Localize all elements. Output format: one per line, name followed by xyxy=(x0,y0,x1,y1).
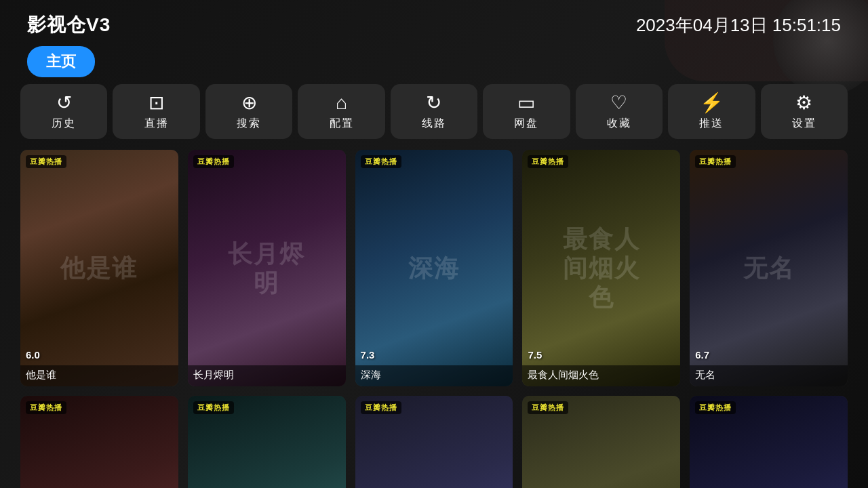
poster-4: 最食人间烟火色 xyxy=(522,150,680,386)
poster-overlay-5: 无名 xyxy=(743,253,795,283)
douban-tag-7: 豆瓣热播 xyxy=(193,401,234,414)
nav-label-favorite: 收藏 xyxy=(607,117,631,131)
search-icon: ⊕ xyxy=(241,94,257,113)
push-icon: ⚡ xyxy=(700,94,724,113)
route-icon: ↻ xyxy=(426,94,441,113)
poster-3: 深海 xyxy=(355,150,513,386)
movie-card-3[interactable]: 深海 豆瓣热播 7.3 深海 xyxy=(355,150,513,386)
nav-bar: ↺ 历史 ⊡ 直播 ⊕ 搜索 ⌂ 配置 ↻ 线路 ▭ 网盘 ♡ 收藏 ⚡ 推送 … xyxy=(0,84,868,139)
nav-item-favorite[interactable]: ♡ 收藏 xyxy=(576,84,663,139)
header: 影视仓V3 2023年04月13日 15:51:15 xyxy=(0,0,868,45)
rating-1: 6.0 xyxy=(26,349,40,361)
douban-tag-3: 豆瓣热播 xyxy=(361,155,401,168)
movie-card-2[interactable]: 长月烬明 豆瓣热播 长月烬明 xyxy=(188,150,346,386)
poster-2: 长月烬明 xyxy=(188,150,346,386)
movie-grid-row1: 他是谁 豆瓣热播 6.0 他是谁 长月烬明 豆瓣热播 长月烬明 深海 豆瓣热播 … xyxy=(0,150,868,386)
rating-5: 6.7 xyxy=(695,349,709,361)
movie-grid-row2: 豆瓣热播 豆瓣热播 豆瓣热播 豆瓣热播 豆瓣热播 xyxy=(0,396,868,488)
douban-tag-2: 豆瓣热播 xyxy=(193,155,234,168)
nav-item-cloud[interactable]: ▭ 网盘 xyxy=(483,84,570,139)
datetime: 2023年04月13日 15:51:15 xyxy=(636,14,841,37)
douban-tag-9: 豆瓣热播 xyxy=(528,401,568,414)
nav-item-search[interactable]: ⊕ 搜索 xyxy=(205,84,292,139)
nav-label-live: 直播 xyxy=(144,117,169,131)
nav-label-push: 推送 xyxy=(699,117,724,131)
movie-title-3: 深海 xyxy=(355,365,513,386)
config-icon: ⌂ xyxy=(336,94,347,113)
movie-card-1[interactable]: 他是谁 豆瓣热播 6.0 他是谁 xyxy=(20,150,178,386)
movie-card-7[interactable]: 豆瓣热播 xyxy=(188,396,346,488)
douban-tag-1: 豆瓣热播 xyxy=(26,155,66,168)
history-icon: ↺ xyxy=(56,94,72,113)
rating-3: 7.3 xyxy=(361,349,375,361)
poster-overlay-3: 深海 xyxy=(408,253,460,283)
douban-tag-10: 豆瓣热播 xyxy=(695,401,736,414)
nav-item-live[interactable]: ⊡ 直播 xyxy=(113,84,199,139)
nav-item-history[interactable]: ↺ 历史 xyxy=(20,84,107,139)
movie-card-10[interactable]: 豆瓣热播 xyxy=(690,396,848,488)
live-icon: ⊡ xyxy=(149,94,164,113)
movie-card-4[interactable]: 最食人间烟火色 豆瓣热播 7.5 最食人间烟火色 xyxy=(522,150,680,386)
movie-title-5: 无名 xyxy=(690,365,848,386)
settings-icon: ⚙ xyxy=(795,94,812,113)
home-button-wrap: 主页 xyxy=(0,45,868,84)
favorite-icon: ♡ xyxy=(610,94,627,113)
nav-label-settings: 设置 xyxy=(792,117,816,131)
movie-card-5[interactable]: 无名 豆瓣热播 6.7 无名 xyxy=(690,150,848,386)
douban-tag-5: 豆瓣热播 xyxy=(695,155,736,168)
poster-overlay-1: 他是谁 xyxy=(60,253,138,283)
home-button[interactable]: 主页 xyxy=(27,46,95,77)
nav-label-config: 配置 xyxy=(330,117,354,131)
cloud-icon: ▭ xyxy=(517,94,535,113)
poster-overlay-2: 长月烬明 xyxy=(227,239,306,297)
douban-tag-6: 豆瓣热播 xyxy=(26,401,66,414)
movie-title-4: 最食人间烟火色 xyxy=(522,365,680,386)
nav-label-history: 历史 xyxy=(52,117,76,131)
nav-label-cloud: 网盘 xyxy=(514,117,538,131)
poster-1: 他是谁 xyxy=(20,150,178,386)
nav-item-settings[interactable]: ⚙ 设置 xyxy=(761,84,848,139)
movie-title-2: 长月烬明 xyxy=(188,365,346,386)
nav-item-config[interactable]: ⌂ 配置 xyxy=(298,84,384,139)
douban-tag-4: 豆瓣热播 xyxy=(528,155,568,168)
nav-label-route: 线路 xyxy=(422,117,446,131)
movie-title-1: 他是谁 xyxy=(20,365,178,386)
douban-tag-8: 豆瓣热播 xyxy=(361,401,401,414)
nav-label-search: 搜索 xyxy=(237,117,261,131)
movie-card-9[interactable]: 豆瓣热播 xyxy=(522,396,680,488)
poster-5: 无名 xyxy=(690,150,848,386)
poster-overlay-4: 最食人间烟火色 xyxy=(562,224,641,312)
nav-item-push[interactable]: ⚡ 推送 xyxy=(668,84,755,139)
rating-4: 7.5 xyxy=(528,349,542,361)
nav-item-route[interactable]: ↻ 线路 xyxy=(391,84,477,139)
movie-card-8[interactable]: 豆瓣热播 xyxy=(355,396,513,488)
movie-card-6[interactable]: 豆瓣热播 xyxy=(20,396,178,488)
app-title: 影视仓V3 xyxy=(27,12,111,38)
